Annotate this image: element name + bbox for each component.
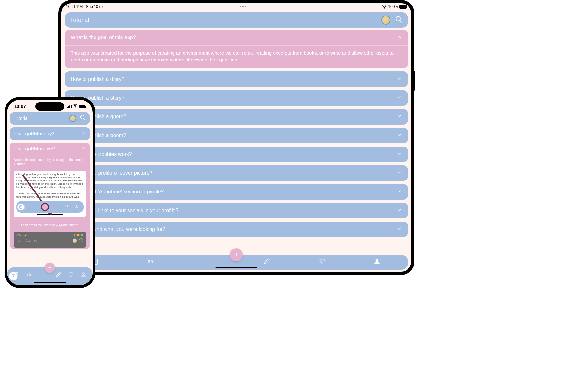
faq-question: How to publish a story? xyxy=(14,132,54,136)
multitasking-dots-icon[interactable] xyxy=(240,6,246,7)
faq-item[interactable]: How to publish a quote? xyxy=(65,109,408,125)
tab-profile-icon xyxy=(74,204,79,210)
signal-icon xyxy=(67,105,72,108)
faq-answer: This app was created for the purpose of … xyxy=(65,45,408,68)
svg-line-2 xyxy=(400,20,402,22)
faq-item[interactable]: How to add links to your socials in your… xyxy=(65,203,408,218)
chevron-down-icon xyxy=(81,131,86,137)
tab-profile[interactable] xyxy=(81,272,86,279)
battery-percent: 100% xyxy=(388,5,398,9)
faq-step-text: Access the main menu by pressing on the … xyxy=(10,155,90,169)
svg-point-0 xyxy=(384,8,385,9)
chevron-down-icon xyxy=(397,95,402,101)
faq-item[interactable]: How to publish a diary? xyxy=(65,71,408,87)
screenshot-body-text: a fine dog, with a great coat, a very be… xyxy=(16,173,84,199)
tab-trophies-icon xyxy=(64,204,69,210)
planet-icon[interactable] xyxy=(381,16,390,25)
iphone-screen: 10:07 Tutorial How to publish a story? xyxy=(7,100,93,285)
tab-home-badge[interactable] xyxy=(9,272,17,280)
wifi-icon xyxy=(73,103,78,109)
ipad-screen: 10:01 PM Sab 10 dic 100% Tutorial What i… xyxy=(61,3,411,272)
app-header: Tutorial xyxy=(10,112,90,125)
faq-item[interactable]: How do the trophies work? xyxy=(65,147,408,162)
page-title: Tutorial xyxy=(70,17,89,24)
svg-point-1 xyxy=(396,16,400,21)
chevron-down-icon xyxy=(397,170,402,176)
faq-step-text: Then press the 'Write new Quote' button. xyxy=(10,221,90,230)
screenshot-time: 17:37 xyxy=(16,234,23,236)
home-indicator[interactable] xyxy=(34,282,66,283)
tab-quotes-icon xyxy=(31,204,36,210)
planet-icon[interactable] xyxy=(69,115,76,122)
chevron-down-icon xyxy=(397,189,402,195)
dynamic-island xyxy=(35,102,64,111)
chevron-down-icon xyxy=(397,226,402,233)
faq-item[interactable]: How to publish a poem? xyxy=(65,128,408,143)
chevron-up-icon xyxy=(81,146,86,152)
faq-item-expanded[interactable]: How to publish a quote? xyxy=(10,143,90,155)
chevron-down-icon xyxy=(397,207,402,214)
tab-home-badge xyxy=(17,204,24,210)
ipad-status-bar: 10:01 PM Sab 10 dic 100% xyxy=(61,3,411,10)
faq-item[interactable]: Haven't found what you were looking for? xyxy=(65,222,408,237)
faq-item[interactable]: How to add profile or cover picture? xyxy=(65,165,408,181)
tab-write[interactable] xyxy=(263,258,270,267)
add-button[interactable]: + xyxy=(45,263,55,273)
svg-line-8 xyxy=(84,119,85,120)
iphone-device-frame: 10:07 Tutorial How to publish a story? xyxy=(5,97,95,288)
search-icon xyxy=(79,238,84,243)
add-button[interactable]: + xyxy=(230,248,243,261)
chevron-down-icon xyxy=(397,114,402,120)
page-title: Tutorial xyxy=(14,116,28,121)
svg-point-5 xyxy=(376,259,378,262)
faq-list[interactable]: What is the goal of this app? This app w… xyxy=(61,30,411,255)
faq-item[interactable]: How to edit 'About me' section in profil… xyxy=(65,184,408,200)
tab-profile[interactable] xyxy=(374,258,381,267)
screenshot-section-title: Last Diaries xyxy=(16,238,37,243)
svg-line-15 xyxy=(82,241,83,242)
svg-point-18 xyxy=(83,273,84,275)
tutorial-screenshot-2: 17:37 🌙 ••|| 📶 🔋 Last Diaries xyxy=(14,232,86,248)
status-time: 10:01 PM xyxy=(66,5,83,9)
tab-write[interactable] xyxy=(55,272,61,279)
tab-trophies[interactable] xyxy=(68,272,74,279)
tab-trophies[interactable] xyxy=(318,258,325,267)
tutorial-screenshot-1: a fine dog, with a great coat, a very be… xyxy=(14,171,86,217)
faq-question: How to publish a quote? xyxy=(14,147,55,151)
faq-list[interactable]: How to publish a story? How to publish a… xyxy=(7,127,93,267)
plus-icon: + xyxy=(43,204,46,210)
faq-question: What is the goal of this app? xyxy=(71,35,136,40)
tab-quotes[interactable] xyxy=(147,258,154,267)
wifi-icon xyxy=(382,5,387,9)
status-date: Sab 10 dic xyxy=(86,5,104,9)
tab-quotes[interactable] xyxy=(26,272,32,279)
status-time: 10:07 xyxy=(14,104,26,109)
tab-write-icon xyxy=(54,204,59,210)
home-indicator[interactable] xyxy=(215,267,257,268)
svg-point-13 xyxy=(76,205,77,206)
battery-icon xyxy=(399,5,407,9)
svg-point-7 xyxy=(81,115,84,119)
faq-item[interactable]: How to publish a story? xyxy=(10,127,90,140)
screenshot-tab-bar: + xyxy=(16,201,84,213)
screenshot-home-indicator xyxy=(37,214,63,215)
svg-point-14 xyxy=(80,238,82,241)
ipad-device-frame: 10:01 PM Sab 10 dic 100% Tutorial What i… xyxy=(58,0,414,275)
battery-icon xyxy=(79,105,85,108)
plus-icon: + xyxy=(48,265,52,271)
chevron-up-icon xyxy=(397,34,402,41)
search-button[interactable] xyxy=(80,114,86,122)
bottom-tab-bar: + xyxy=(65,255,408,270)
svg-point-6 xyxy=(75,107,76,108)
chevron-down-icon xyxy=(397,76,402,82)
ipad-power-button xyxy=(414,71,415,91)
screenshot-add-button: + xyxy=(41,203,49,211)
planet-icon xyxy=(73,238,77,243)
faq-item[interactable]: How to publish a story? xyxy=(65,90,408,106)
search-button[interactable] xyxy=(395,16,403,25)
screenshot-status-icons: ••|| 📶 🔋 xyxy=(73,234,84,236)
chevron-down-icon xyxy=(397,132,402,139)
faq-item-expanded[interactable]: What is the goal of this app? xyxy=(65,30,408,45)
faq-question: How to publish a diary? xyxy=(71,76,124,82)
chevron-down-icon xyxy=(397,151,402,158)
